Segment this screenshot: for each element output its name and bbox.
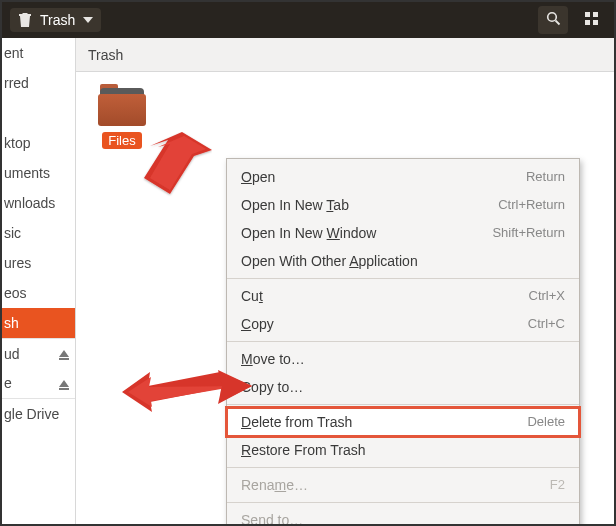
svg-rect-3 [593,12,598,17]
search-button[interactable] [538,6,568,34]
sidebar-item-drive[interactable]: e [2,368,75,398]
shortcut: Return [526,168,565,186]
menu-open-new-tab[interactable]: Open In New Tab Ctrl+Return [227,191,579,219]
shortcut: Ctrl+C [528,315,565,333]
eject-icon[interactable] [59,350,69,357]
sidebar-item-documents[interactable]: uments [2,158,75,188]
sidebar-item-videos[interactable]: eos [2,278,75,308]
shortcut: F2 [550,476,565,494]
sidebar-item-recent[interactable]: ent [2,38,75,68]
menu-separator [227,278,579,279]
shortcut: Shift+Return [492,224,565,242]
sidebar-item-google-drive[interactable]: gle Drive [2,398,75,428]
sidebar-item-cloud[interactable]: ud [2,338,75,368]
svg-rect-4 [585,20,590,25]
file-item-files[interactable]: Files [94,88,150,149]
menu-copy-to[interactable]: Copy to… [227,373,579,401]
context-menu: Open Return Open In New Tab Ctrl+Return … [226,158,580,526]
shortcut: Ctrl+X [529,287,565,305]
menu-copy[interactable]: Copy Ctrl+C [227,310,579,338]
menu-rename: Rename… F2 [227,471,579,499]
titlebar: Trash [2,2,614,38]
location-crumb[interactable]: Trash [10,8,101,32]
content-title: Trash [88,47,123,63]
sidebar-item-starred[interactable]: rred [2,68,75,98]
search-icon [546,11,561,29]
sidebar-item-trash[interactable]: sh [2,308,75,338]
sidebar-item-music[interactable]: sic [2,218,75,248]
shortcut: Delete [527,413,565,431]
eject-icon[interactable] [59,380,69,387]
location-label: Trash [40,12,75,28]
trash-icon [18,12,32,28]
menu-open[interactable]: Open Return [227,163,579,191]
svg-rect-5 [593,20,598,25]
menu-separator [227,404,579,405]
menu-delete-from-trash[interactable]: Delete from Trash Delete [227,408,579,436]
menu-cut[interactable]: Cut Ctrl+X [227,282,579,310]
files-area[interactable]: Files [76,72,614,165]
grid-icon [584,11,599,29]
sidebar-item-downloads[interactable]: wnloads [2,188,75,218]
menu-move-to[interactable]: Move to… [227,345,579,373]
folder-icon [98,88,146,128]
shortcut: Ctrl+Return [498,196,565,214]
menu-separator [227,502,579,503]
menu-open-with[interactable]: Open With Other Application [227,247,579,275]
sidebar: ent rred ktop uments wnloads sic ures eo… [2,38,76,524]
sidebar-item-desktop[interactable]: ktop [2,128,75,158]
menu-restore-from-trash[interactable]: Restore From Trash [227,436,579,464]
svg-rect-2 [585,12,590,17]
svg-point-0 [547,13,556,22]
location-header: Trash [76,38,614,72]
menu-separator [227,341,579,342]
file-label: Files [102,132,141,149]
view-grid-button[interactable] [576,6,606,34]
chevron-down-icon [83,17,93,23]
menu-separator [227,467,579,468]
sidebar-item-pictures[interactable]: ures [2,248,75,278]
menu-send-to: Send to… [227,506,579,526]
svg-line-1 [555,21,559,25]
menu-open-new-window[interactable]: Open In New Window Shift+Return [227,219,579,247]
sidebar-item-home[interactable] [2,98,75,128]
